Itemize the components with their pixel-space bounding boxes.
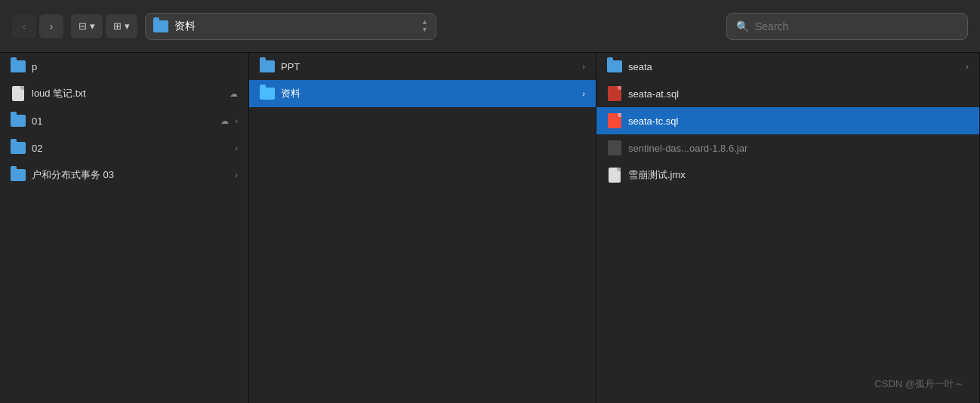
sql-icon — [607, 113, 622, 128]
cloud-badge: ☁ — [230, 89, 238, 99]
chevron-icon: › — [235, 116, 238, 125]
view-buttons: ⊟ ▾ ⊞ ▾ — [71, 14, 137, 38]
right-column: seata › seata-at.sql seata-tc.sql sentin… — [596, 53, 980, 403]
list-item[interactable]: 01 ☁ › — [0, 107, 248, 134]
search-bar[interactable]: 🔍 — [726, 13, 968, 40]
path-folder-icon — [153, 19, 168, 34]
list-item[interactable]: seata-at.sql — [596, 80, 979, 107]
file-name: 资料 — [281, 87, 576, 100]
file-name: loud 笔记.txt — [32, 87, 223, 100]
columns-view-button[interactable]: ⊟ ▾ — [71, 14, 103, 38]
folder-icon — [260, 86, 275, 101]
list-item[interactable]: seata › — [596, 53, 979, 80]
cloud-badge-2: ☁ — [220, 116, 229, 126]
path-text: 资料 — [174, 20, 415, 33]
chevron-icon: › — [235, 171, 238, 180]
folder-icon — [11, 59, 26, 74]
list-item[interactable]: seata-tc.sql — [596, 107, 979, 134]
chevron-icon: › — [582, 89, 585, 98]
middle-column: PPT › 资料 › — [249, 53, 596, 403]
search-input[interactable] — [755, 20, 958, 32]
folder-icon — [607, 59, 622, 74]
jar-icon — [607, 140, 622, 155]
file-name: seata-tc.sql — [628, 115, 969, 127]
list-item[interactable]: 户和分布式事务 03 › — [0, 162, 248, 189]
nav-buttons: ‹ › — [12, 14, 63, 38]
toolbar: ‹ › ⊟ ▾ ⊞ ▾ 资料 ▲ ▼ 🔍 — [0, 0, 980, 53]
file-name: 雪崩测试.jmx — [628, 168, 969, 182]
list-item[interactable]: 02 › — [0, 134, 248, 162]
file-name: 01 — [32, 115, 214, 127]
list-item[interactable]: p — [0, 53, 248, 80]
grid-icon: ⊞ — [113, 20, 122, 32]
chevron-icon: › — [582, 62, 585, 71]
folder-icon — [260, 59, 275, 74]
stepper-down: ▼ — [421, 26, 428, 33]
watermark-text: CSDN @孤舟一叶～ — [874, 378, 964, 389]
chevron-icon: › — [235, 143, 238, 152]
watermark: CSDN @孤舟一叶～ — [874, 377, 964, 391]
file-name: sentinel-das...oard-1.8.6.jar — [628, 143, 969, 154]
left-column: p loud 笔记.txt ☁ 01 ☁ › 02 › 户和分布式事务 03 › — [0, 53, 249, 403]
forward-button[interactable]: › — [39, 14, 63, 38]
path-bar[interactable]: 资料 ▲ ▼ — [145, 13, 436, 40]
list-item[interactable]: 资料 › — [249, 80, 596, 107]
folder-icon — [11, 140, 26, 155]
path-stepper[interactable]: ▲ ▼ — [421, 19, 428, 33]
folder-icon — [11, 168, 26, 183]
file-name: seata — [628, 61, 960, 72]
file-name: PPT — [281, 61, 576, 72]
stepper-up: ▲ — [421, 19, 428, 26]
file-icon — [11, 86, 26, 101]
list-item[interactable]: sentinel-das...oard-1.8.6.jar — [596, 134, 979, 162]
grid-dropdown-arrow: ▾ — [125, 20, 130, 32]
file-icon — [607, 168, 622, 183]
grid-view-button[interactable]: ⊞ ▾ — [106, 14, 137, 38]
columns-dropdown-arrow: ▾ — [90, 20, 95, 32]
file-name: 户和分布式事务 03 — [32, 168, 229, 182]
file-name: p — [32, 61, 238, 72]
back-button[interactable]: ‹ — [12, 14, 36, 38]
sql-icon — [607, 86, 622, 101]
list-item[interactable]: 雪崩测试.jmx — [596, 162, 979, 189]
file-name: seata-at.sql — [628, 88, 969, 100]
search-icon: 🔍 — [736, 20, 749, 32]
columns-icon: ⊟ — [79, 20, 87, 32]
list-item[interactable]: loud 笔记.txt ☁ — [0, 80, 248, 107]
file-name: 02 — [32, 143, 229, 154]
chevron-icon: › — [966, 62, 969, 71]
content-area: p loud 笔记.txt ☁ 01 ☁ › 02 › 户和分布式事务 03 ›… — [0, 53, 980, 403]
list-item[interactable]: PPT › — [249, 53, 596, 80]
folder-icon — [11, 113, 26, 128]
